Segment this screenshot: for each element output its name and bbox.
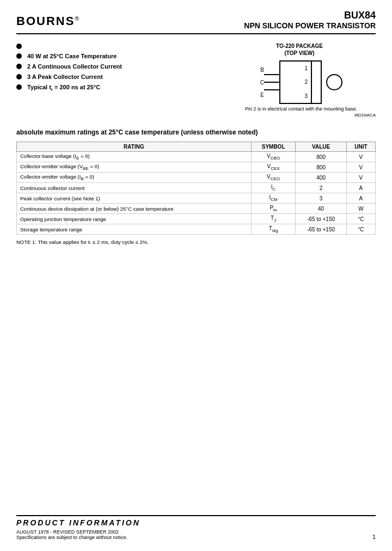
- table-row: Continuous collector current IC 2 A: [17, 183, 376, 193]
- cell-symbol-1: VCES: [251, 162, 296, 173]
- pin-line-2: [264, 82, 279, 83]
- table-row: Collector-emitter voltage (IB = 0) VCEO …: [17, 173, 376, 183]
- title-block: BUX84 NPN SILICON POWER TRANSISTOR: [244, 10, 376, 30]
- package-diagram: B C E 1 2 3: [223, 60, 376, 104]
- package-note-ref: MD1NACA: [223, 113, 376, 118]
- col-header-unit: UNIT: [346, 142, 375, 152]
- cell-value-7: -65 to +150: [296, 224, 346, 235]
- cell-rating-2: Collector-emitter voltage (IB = 0): [17, 173, 252, 183]
- pin-label-c: C: [256, 79, 264, 85]
- feature-item-3: 2 A Continuous Collector Current: [16, 63, 191, 70]
- package-note: Pin 2 is in electrical contact with the …: [245, 106, 376, 112]
- pin-label-e: E: [256, 92, 264, 98]
- footer-date: AUGUST 1978 - REVISED SEPTEMBER 2002: [16, 529, 376, 535]
- table-row: Operating junction temperature range TJ …: [17, 214, 376, 224]
- ic-body: 1 2 3: [279, 60, 312, 104]
- page: BOURNS® BUX84 NPN SILICON POWER TRANSIST…: [0, 0, 392, 551]
- cell-value-0: 800: [296, 152, 346, 162]
- ic-pin-1: 1: [304, 65, 308, 71]
- feature-text-5: Typical tr = 200 ns at 25°C: [27, 84, 100, 92]
- bullet-5: [16, 84, 22, 90]
- col-header-value: VALUE: [296, 142, 346, 152]
- feature-item-1: [16, 43, 191, 49]
- feature-text-2: 40 W at 25°C Case Temperature: [27, 53, 117, 59]
- cell-symbol-2: VCEO: [251, 173, 296, 183]
- col-header-rating: RATING: [17, 142, 252, 152]
- table-row: Collector-base voltage (IE = 0) VCBO 800…: [17, 152, 376, 162]
- ic-circle: [326, 74, 342, 90]
- part-desc: NPN SILICON POWER TRANSISTOR: [244, 21, 376, 30]
- bullet-4: [16, 74, 22, 79]
- package-title: TO-220 PACKAGE: [223, 43, 376, 49]
- bullet-2: [16, 53, 22, 59]
- product-info-title: PRODUCT INFORMATION: [16, 518, 376, 527]
- table-header-row: RATING SYMBOL VALUE UNIT: [17, 142, 376, 152]
- part-number: BUX84: [244, 10, 376, 21]
- cell-rating-6: Operating junction temperature range: [17, 214, 252, 224]
- bullet-1: [16, 44, 22, 49]
- cell-symbol-5: Pto: [251, 204, 296, 214]
- feature-item-4: 3 A Peak Collector Current: [16, 74, 191, 80]
- table-row: Peak collector current (see Note 1) ICM …: [17, 193, 376, 204]
- cell-unit-1: V: [346, 162, 375, 173]
- header: BOURNS® BUX84 NPN SILICON POWER TRANSIST…: [16, 10, 376, 30]
- feature-item-2: 40 W at 25°C Case Temperature: [16, 53, 191, 59]
- cell-value-1: 800: [296, 162, 346, 173]
- cell-symbol-4: ICM: [251, 193, 296, 204]
- logo-sup: ®: [75, 15, 80, 22]
- cell-symbol-3: IC: [251, 183, 296, 193]
- abs-ratings-table: RATING SYMBOL VALUE UNIT Collector-base …: [16, 142, 376, 235]
- table-row: Continuous device dissipation at (or bel…: [17, 204, 376, 214]
- cell-unit-2: V: [346, 173, 375, 183]
- page-number: 1: [372, 534, 376, 540]
- cell-rating-4: Peak collector current (see Note 1): [17, 193, 252, 204]
- bullet-3: [16, 64, 22, 69]
- ic-pin-3: 3: [304, 93, 308, 99]
- abs-ratings-title: absolute maximum ratings at 25°C case te…: [16, 128, 376, 136]
- feature-text-3: 2 A Continuous Collector Current: [27, 63, 122, 70]
- cell-value-2: 400: [296, 173, 346, 183]
- package-subtitle: (TOP VIEW): [223, 50, 376, 56]
- logo-text: BOURNS: [16, 14, 75, 28]
- cell-rating-3: Continuous collector current: [17, 183, 252, 193]
- footer: PRODUCT INFORMATION AUGUST 1978 - REVISE…: [16, 515, 376, 540]
- pin-line-3: [264, 89, 279, 90]
- cell-unit-4: A: [346, 193, 375, 204]
- cell-rating-5: Continuous device dissipation at (or bel…: [17, 204, 252, 214]
- cell-unit-5: W: [346, 204, 375, 214]
- features-list: 40 W at 25°C Case Temperature 2 A Contin…: [16, 43, 191, 118]
- cell-rating-7: Storage temperature range: [17, 224, 252, 235]
- feature-item-5: Typical tr = 200 ns at 25°C: [16, 84, 191, 92]
- table-row: Collector-emitter voltage (VBE = 0) VCES…: [17, 162, 376, 173]
- pin-line-1: [264, 74, 279, 75]
- abs-ratings-note: NOTE 1: This value applies for tₜ ≤ 2 ms…: [16, 239, 376, 245]
- cell-symbol-7: Tstg: [251, 224, 296, 235]
- feature-text-4: 3 A Peak Collector Current: [27, 74, 103, 80]
- cell-rating-1: Collector-emitter voltage (VBE = 0): [17, 162, 252, 173]
- cell-rating-0: Collector-base voltage (IE = 0): [17, 152, 252, 162]
- col-header-symbol: SYMBOL: [251, 142, 296, 152]
- pin-label-b: B: [256, 67, 264, 73]
- cell-unit-6: °C: [346, 214, 375, 224]
- bourns-logo: BOURNS®: [16, 14, 80, 28]
- ic-pin-2: 2: [304, 79, 308, 85]
- cell-unit-3: A: [346, 183, 375, 193]
- footer-line: [16, 515, 376, 516]
- pin-labels: B C E: [256, 67, 264, 98]
- features-section: 40 W at 25°C Case Temperature 2 A Contin…: [16, 43, 376, 118]
- header-divider: [16, 33, 376, 34]
- footer-spec: Specifications are subject to change wit…: [16, 535, 376, 540]
- cell-value-3: 2: [296, 183, 346, 193]
- cell-symbol-0: VCBO: [251, 152, 296, 162]
- cell-unit-0: V: [346, 152, 375, 162]
- pin-lines: [264, 74, 279, 90]
- cell-value-6: -65 to +150: [296, 214, 346, 224]
- ic-tab: [311, 60, 322, 104]
- abs-ratings-section: absolute maximum ratings at 25°C case te…: [16, 128, 376, 245]
- cell-value-5: 40: [296, 204, 346, 214]
- cell-symbol-6: TJ: [251, 214, 296, 224]
- package-section: TO-220 PACKAGE (TOP VIEW) B C E 1: [223, 43, 376, 118]
- cell-value-4: 3: [296, 193, 346, 204]
- table-row: Storage temperature range Tstg -65 to +1…: [17, 224, 376, 235]
- cell-unit-7: °C: [346, 224, 375, 235]
